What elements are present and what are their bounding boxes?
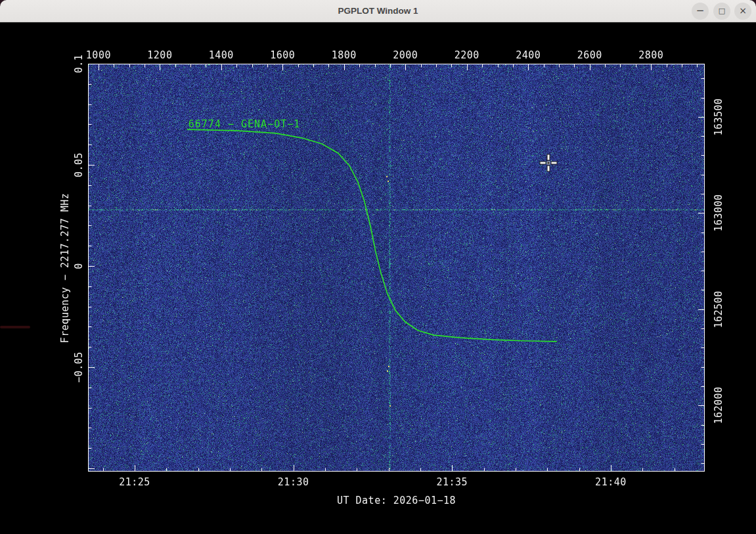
close-icon: ×	[739, 5, 747, 16]
right-axis-tick-label: 163000	[713, 194, 724, 232]
left-axis-tick-label: −0.05	[73, 351, 85, 383]
minimize-button[interactable]: −	[692, 3, 709, 20]
pgplot-window: PGPLOT Window 1 − □ × 66774 − GENA−OT−1 …	[0, 0, 756, 534]
top-axis-tick-label: 1200	[147, 49, 172, 61]
bottom-axis-tick-label: 21:25	[119, 476, 150, 488]
right-axis-tick-label: 162000	[713, 387, 724, 424]
top-axis-tick-label: 2400	[516, 49, 541, 61]
plot-canvas-area: 66774 − GENA−OT−1 Frequency − 2217.277 M…	[0, 22, 756, 534]
minimize-icon: −	[696, 5, 705, 16]
close-button[interactable]: ×	[734, 3, 751, 20]
top-axis-tick-label: 1600	[270, 49, 295, 61]
left-edge-artifact	[0, 326, 30, 328]
left-axis-tick-label: 0	[73, 263, 85, 269]
crosshair-cursor-icon	[539, 153, 558, 173]
top-axis-tick-label: 1000	[86, 49, 111, 61]
titlebar[interactable]: PGPLOT Window 1 − □ ×	[0, 0, 756, 22]
bottom-axis-tick-label: 21:35	[436, 476, 468, 488]
ut-date-label: UT Date: 2026−01−18	[337, 495, 456, 506]
top-axis-tick-label: 2200	[455, 49, 479, 61]
left-axis-tick-label: 0.1	[73, 55, 85, 74]
top-axis-tick-label: 1800	[332, 49, 357, 61]
maximize-icon: □	[719, 7, 725, 15]
right-axis-tick-label: 163500	[713, 98, 724, 135]
top-axis-tick-label: 1400	[209, 49, 234, 61]
maximize-button[interactable]: □	[713, 3, 730, 20]
left-axis-tick-label: 0.05	[73, 152, 85, 177]
right-axis-tick-label: 162500	[713, 290, 724, 328]
top-axis-tick-label: 2000	[393, 49, 418, 61]
bottom-axis-tick-label: 21:40	[595, 476, 627, 488]
spectrogram-canvas[interactable]	[88, 64, 705, 472]
window-title: PGPLOT Window 1	[0, 0, 756, 22]
bottom-axis-tick-label: 21:30	[278, 476, 309, 488]
top-axis-tick-label: 2600	[577, 49, 602, 61]
left-axis-title: Frequency − 2217.277 MHz	[59, 192, 71, 343]
top-axis-tick-label: 2800	[638, 49, 663, 61]
